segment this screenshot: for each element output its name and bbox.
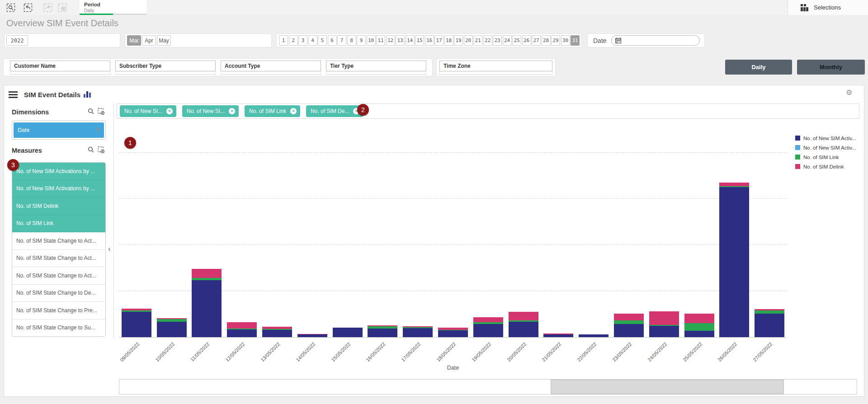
- measure-item[interactable]: No. of New SIM Activations by ...: [12, 180, 105, 198]
- legend-item[interactable]: No. of SIM Link: [795, 152, 863, 162]
- bar-21/05/2022[interactable]: [543, 334, 573, 337]
- date-picker-input[interactable]: [611, 35, 700, 46]
- day-cell-1[interactable]: 1: [279, 35, 288, 46]
- measure-item[interactable]: No. of New SIM Activations by ...: [12, 163, 105, 180]
- day-cell-4[interactable]: 4: [308, 35, 317, 46]
- bar-24/05/2022[interactable]: [649, 311, 679, 337]
- bar-10/05/2022[interactable]: [157, 318, 187, 337]
- dimensions-clear-icon[interactable]: [96, 108, 106, 117]
- year-value[interactable]: 2022: [6, 35, 28, 46]
- day-cell-8[interactable]: 8: [347, 35, 356, 46]
- measure-item[interactable]: No. of SIM State Change to Act...: [12, 267, 105, 285]
- menu-icon[interactable]: [9, 91, 18, 99]
- bar-16/05/2022[interactable]: [368, 325, 397, 337]
- day-cell-27[interactable]: 27: [532, 35, 541, 46]
- bar-12/05/2022[interactable]: [227, 322, 257, 337]
- bar-26/05/2022[interactable]: [719, 183, 749, 337]
- day-cell-12[interactable]: 12: [386, 35, 395, 46]
- day-cell-20[interactable]: 20: [464, 35, 473, 46]
- bar-20/05/2022[interactable]: [509, 312, 538, 337]
- day-cell-25[interactable]: 25: [512, 35, 521, 46]
- day-cell-18[interactable]: 18: [444, 35, 453, 46]
- bar-27/05/2022[interactable]: [755, 309, 784, 337]
- bar-13/05/2022[interactable]: [262, 327, 292, 337]
- month-cell-mar[interactable]: Mar: [127, 35, 141, 46]
- day-cell-26[interactable]: 26: [522, 35, 531, 46]
- chart-scrollbar-track[interactable]: [119, 379, 857, 395]
- chip-close-icon[interactable]: ×: [166, 108, 173, 114]
- day-cell-5[interactable]: 5: [318, 35, 327, 46]
- legend-item[interactable]: No. of SIM Delink: [795, 162, 863, 171]
- day-cell-16[interactable]: 16: [425, 35, 434, 46]
- measure-item[interactable]: No. of SIM State Change to Act...: [12, 250, 105, 268]
- daily-button[interactable]: Daily: [725, 60, 792, 75]
- bar-14/05/2022[interactable]: [297, 334, 327, 337]
- day-cell-17[interactable]: 17: [434, 35, 443, 46]
- selections-button[interactable]: Selections: [788, 0, 868, 15]
- chip-close-icon[interactable]: ×: [229, 108, 235, 114]
- bar-22/05/2022[interactable]: [579, 334, 609, 337]
- stacked-bar-chart: 09/05/202210/05/202211/05/202212/05/2022…: [119, 132, 787, 338]
- tab-period[interactable]: Period Daily: [80, 0, 146, 15]
- smart-search-icon[interactable]: [6, 3, 15, 12]
- listbox-customer-name[interactable]: Customer Name: [10, 61, 110, 71]
- measure-item[interactable]: No. of SIM Delink: [12, 197, 105, 215]
- bar-17/05/2022[interactable]: [403, 326, 433, 337]
- chart-scrollbar-thumb[interactable]: [551, 380, 783, 394]
- day-cell-31[interactable]: 31: [571, 35, 580, 46]
- month-cell-may[interactable]: May: [157, 35, 171, 46]
- day-cell-29[interactable]: 29: [551, 35, 560, 46]
- day-cell-7[interactable]: 7: [337, 35, 346, 46]
- day-cell-14[interactable]: 14: [406, 35, 415, 46]
- bar-23/05/2022[interactable]: [614, 314, 644, 337]
- listbox-time-zone[interactable]: Time Zone: [439, 61, 552, 71]
- day-cell-28[interactable]: 28: [542, 35, 551, 46]
- day-cell-3[interactable]: 3: [298, 35, 307, 46]
- day-cell-30[interactable]: 30: [561, 35, 570, 46]
- dimensions-search-icon[interactable]: [86, 108, 96, 116]
- settings-gear-icon[interactable]: ⚙: [846, 88, 852, 97]
- measures-clear-icon[interactable]: [96, 146, 106, 155]
- day-cell-11[interactable]: 11: [376, 35, 385, 46]
- bar-18/05/2022[interactable]: [438, 328, 468, 337]
- collapse-sidebar-icon[interactable]: ‹: [108, 244, 111, 254]
- measure-item[interactable]: No. of SIM State Change to Su...: [12, 319, 105, 337]
- bar-11/05/2022[interactable]: [192, 269, 222, 337]
- step-back-icon[interactable]: [24, 3, 33, 12]
- measure-chip[interactable]: No. of SIM De...×: [306, 105, 363, 117]
- legend-item[interactable]: No. of New SIM Activ...: [795, 133, 863, 143]
- step-forward-icon[interactable]: [43, 3, 52, 12]
- day-cell-15[interactable]: 15: [415, 35, 424, 46]
- measure-item[interactable]: No. of SIM State Change to De...: [12, 285, 105, 302]
- measure-item[interactable]: No. of SIM Link: [12, 215, 105, 233]
- day-cell-19[interactable]: 19: [454, 35, 463, 46]
- bar-19/05/2022[interactable]: [473, 317, 503, 337]
- clear-selections-icon[interactable]: [58, 3, 67, 12]
- bar-09/05/2022[interactable]: [122, 309, 151, 337]
- day-cell-10[interactable]: 10: [367, 35, 376, 46]
- measure-item[interactable]: No. of SIM State Change to Pre...: [12, 302, 105, 319]
- listbox-account-type[interactable]: Account Type: [221, 61, 321, 71]
- month-cell-apr[interactable]: Apr: [142, 35, 156, 46]
- day-cell-9[interactable]: 9: [357, 35, 366, 46]
- listbox-tier-type[interactable]: Tier Type: [326, 61, 426, 71]
- day-cell-21[interactable]: 21: [473, 35, 482, 46]
- chip-close-icon[interactable]: ×: [290, 108, 297, 114]
- measure-chip[interactable]: No. of New SI...×: [120, 105, 176, 117]
- dimension-item-date[interactable]: Date: [14, 122, 104, 138]
- monthly-button[interactable]: Monthly: [797, 60, 865, 75]
- listbox-subscriber-type[interactable]: Subscriber Type: [115, 61, 216, 71]
- measures-search-icon[interactable]: [86, 146, 96, 155]
- measure-chip[interactable]: No. of New SI...×: [182, 105, 239, 117]
- bar-15/05/2022[interactable]: [333, 328, 363, 337]
- bar-25/05/2022[interactable]: [684, 314, 714, 337]
- measure-item[interactable]: No. of SIM State Change to Act...: [12, 232, 105, 250]
- measure-chip[interactable]: No. of SIM Link×: [245, 105, 300, 117]
- day-cell-6[interactable]: 6: [328, 35, 337, 46]
- day-cell-23[interactable]: 23: [493, 35, 502, 46]
- legend-item[interactable]: No. of New SIM Activ...: [795, 143, 863, 152]
- day-cell-13[interactable]: 13: [396, 35, 405, 46]
- day-cell-24[interactable]: 24: [503, 35, 512, 46]
- day-cell-2[interactable]: 2: [289, 35, 298, 46]
- day-cell-22[interactable]: 22: [483, 35, 492, 46]
